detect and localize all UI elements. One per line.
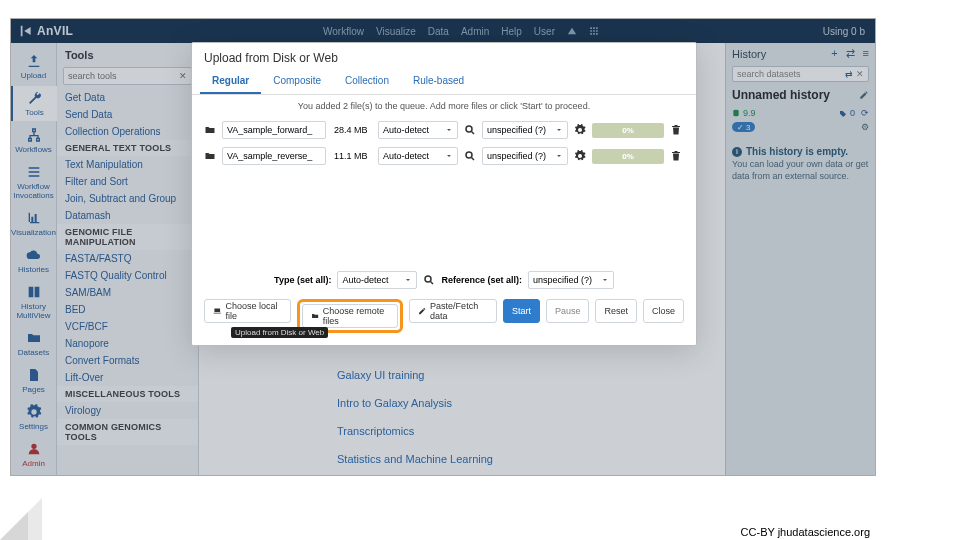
scratch-icon[interactable] bbox=[567, 26, 577, 36]
folder-icon bbox=[311, 311, 319, 321]
file-reference-select[interactable]: unspecified (?) bbox=[482, 121, 568, 139]
modal-tabs: Regular Composite Collection Rule-based bbox=[192, 69, 696, 95]
tools-search[interactable]: search tools ✕ bbox=[63, 67, 192, 85]
file-reference-select[interactable]: unspecified (?) bbox=[482, 147, 568, 165]
clear-icon[interactable]: ✕ bbox=[179, 71, 187, 81]
chevron-down-icon bbox=[555, 152, 563, 160]
brand-logo[interactable]: AnVIL bbox=[11, 24, 103, 38]
nav-multiview[interactable]: History MultiView bbox=[11, 280, 57, 324]
tool-category[interactable]: Lift-Over bbox=[57, 369, 198, 386]
grid-icon[interactable] bbox=[589, 26, 599, 36]
tool-category[interactable]: Convert Formats bbox=[57, 352, 198, 369]
tab-collection[interactable]: Collection bbox=[333, 69, 401, 94]
file-size: 28.4 MB bbox=[332, 125, 372, 135]
logo-star-icon bbox=[19, 24, 33, 38]
type-set-all-select[interactable]: Auto-detect bbox=[337, 271, 417, 289]
top-menu-item[interactable]: Help bbox=[501, 26, 522, 37]
tool-category[interactable]: SAM/BAM bbox=[57, 284, 198, 301]
nav-upload[interactable]: Upload bbox=[11, 49, 57, 84]
tool-category[interactable]: BED bbox=[57, 301, 198, 318]
tag-icon[interactable] bbox=[839, 110, 847, 118]
choose-remote-button[interactable]: Choose remote files bbox=[302, 304, 398, 328]
tool-category[interactable]: FASTQ Quality Control bbox=[57, 267, 198, 284]
close-button[interactable]: Close bbox=[643, 299, 684, 323]
tool-category[interactable]: Join, Subtract and Group bbox=[57, 190, 198, 207]
chevron-down-icon bbox=[555, 126, 563, 134]
svg-point-3 bbox=[425, 276, 431, 282]
tutorial-link[interactable]: Galaxy UI training bbox=[337, 369, 493, 381]
search-icon[interactable] bbox=[423, 274, 435, 286]
pencil-icon[interactable] bbox=[859, 90, 869, 100]
nav-pages[interactable]: Pages bbox=[11, 363, 57, 398]
file-name-field[interactable]: VA_sample_forward_ bbox=[222, 121, 326, 139]
nav-admin[interactable]: Admin bbox=[11, 437, 57, 472]
top-menu: Workflow Visualize Data Admin Help User bbox=[323, 26, 599, 37]
tag-count: 0 bbox=[839, 108, 855, 118]
choose-local-button[interactable]: Choose local file bbox=[204, 299, 291, 323]
tutorial-link[interactable]: Transcriptomics bbox=[337, 425, 493, 437]
tool-category[interactable]: Nanopore bbox=[57, 335, 198, 352]
tab-composite[interactable]: Composite bbox=[261, 69, 333, 94]
status-badge[interactable]: ✓ 3 bbox=[732, 122, 755, 132]
upload-progress: 0% bbox=[592, 123, 664, 138]
tool-category[interactable]: Collection Operations bbox=[57, 123, 198, 140]
tool-category[interactable]: VCF/BCF bbox=[57, 318, 198, 335]
nav-settings[interactable]: Settings bbox=[11, 400, 57, 435]
file-type-select[interactable]: Auto-detect bbox=[378, 147, 458, 165]
nav-tools[interactable]: Tools bbox=[11, 86, 57, 121]
tutorial-link[interactable]: Intro to Galaxy Analysis bbox=[337, 397, 493, 409]
start-button[interactable]: Start bbox=[503, 299, 540, 323]
tool-category[interactable]: Datamash bbox=[57, 207, 198, 224]
search-icon[interactable] bbox=[464, 124, 476, 136]
tool-category[interactable]: Send Data bbox=[57, 106, 198, 123]
user-icon bbox=[26, 441, 42, 457]
tool-category[interactable]: Filter and Sort bbox=[57, 173, 198, 190]
pause-button[interactable]: Pause bbox=[546, 299, 590, 323]
set-all-row: Type (set all): Auto-detect Reference (s… bbox=[204, 271, 684, 289]
menu-icon[interactable]: ≡ bbox=[863, 47, 869, 60]
chevron-down-icon bbox=[601, 276, 609, 284]
history-search[interactable]: search datasets ⇄ ✕ bbox=[732, 66, 869, 82]
top-menu-item[interactable]: Workflow bbox=[323, 26, 364, 37]
switch-icon[interactable]: ⇄ bbox=[846, 47, 855, 60]
chevron-down-icon bbox=[445, 152, 453, 160]
tab-rule-based[interactable]: Rule-based bbox=[401, 69, 476, 94]
history-name[interactable]: Unnamed history bbox=[732, 88, 830, 102]
tool-section-header: GENERAL TEXT TOOLS bbox=[57, 140, 198, 156]
top-menu-item[interactable]: Data bbox=[428, 26, 449, 37]
plus-icon[interactable]: + bbox=[831, 47, 837, 60]
gear-icon[interactable] bbox=[574, 124, 586, 136]
search-icon[interactable] bbox=[464, 150, 476, 162]
trash-icon[interactable] bbox=[670, 150, 682, 162]
refresh-icon[interactable]: ⟳ bbox=[861, 108, 869, 118]
nav-invocations[interactable]: Workflow Invocations bbox=[11, 160, 57, 204]
clear-icon[interactable]: ✕ bbox=[856, 69, 864, 79]
trash-icon[interactable] bbox=[670, 124, 682, 136]
nav-visualization[interactable]: Visualization bbox=[11, 206, 57, 241]
file-type-select[interactable]: Auto-detect bbox=[378, 121, 458, 139]
reset-button[interactable]: Reset bbox=[595, 299, 637, 323]
page-corner-icon bbox=[0, 498, 42, 540]
tab-regular[interactable]: Regular bbox=[200, 69, 261, 94]
gear-icon[interactable]: ⚙ bbox=[861, 122, 869, 132]
top-menu-item[interactable]: Admin bbox=[461, 26, 489, 37]
tool-category[interactable]: Get Data bbox=[57, 89, 198, 106]
nav-histories[interactable]: Histories bbox=[11, 243, 57, 278]
top-bar: AnVIL Workflow Visualize Data Admin Help… bbox=[11, 19, 875, 43]
chevron-down-icon bbox=[445, 126, 453, 134]
gear-icon[interactable] bbox=[574, 150, 586, 162]
top-menu-item[interactable]: Visualize bbox=[376, 26, 416, 37]
ref-set-all-select[interactable]: unspecified (?) bbox=[528, 271, 614, 289]
info-icon: i bbox=[732, 147, 742, 157]
sitemap-icon bbox=[26, 127, 42, 143]
tutorial-link[interactable]: Statistics and Machine Learning bbox=[337, 453, 493, 465]
switch-icon[interactable]: ⇄ bbox=[845, 69, 853, 79]
top-menu-item[interactable]: User bbox=[534, 26, 555, 37]
file-name-field[interactable]: VA_sample_reverse_ bbox=[222, 147, 326, 165]
tool-category[interactable]: FASTA/FASTQ bbox=[57, 250, 198, 267]
nav-datasets[interactable]: Datasets bbox=[11, 326, 57, 361]
tool-category[interactable]: Text Manipulation bbox=[57, 156, 198, 173]
paste-fetch-button[interactable]: Paste/Fetch data bbox=[409, 299, 497, 323]
tool-category[interactable]: Virology bbox=[57, 402, 198, 419]
nav-workflows[interactable]: Workflows bbox=[11, 123, 57, 158]
